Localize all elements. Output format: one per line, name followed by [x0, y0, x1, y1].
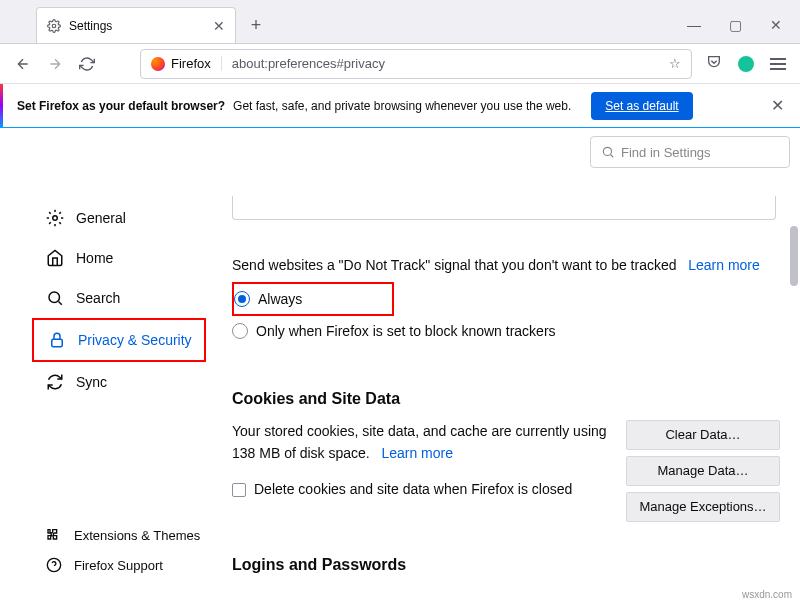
cookies-heading: Cookies and Site Data	[232, 390, 780, 408]
close-tab-icon[interactable]: ✕	[213, 18, 225, 34]
support-label: Firefox Support	[74, 558, 163, 573]
clear-data-button[interactable]: Clear Data…	[626, 420, 780, 450]
url-bar[interactable]: Firefox about:preferences#privacy ☆	[140, 49, 692, 79]
lock-icon	[48, 331, 66, 349]
logins-section: Logins and Passwords	[232, 556, 790, 574]
sidebar-item-label: General	[76, 210, 126, 226]
cookies-size: 138 MB	[232, 445, 280, 461]
search-placeholder: Find in Settings	[621, 145, 711, 160]
menu-button[interactable]	[770, 55, 786, 73]
cookies-line2: of disk space.	[280, 445, 370, 461]
dnt-learn-more-link[interactable]: Learn more	[688, 257, 760, 273]
svg-point-2	[49, 292, 60, 303]
forward-button[interactable]	[46, 55, 64, 73]
radio-icon	[232, 323, 248, 339]
extension-icon[interactable]	[738, 56, 754, 72]
new-tab-button[interactable]: +	[242, 11, 270, 39]
set-default-button[interactable]: Set as default	[591, 92, 692, 120]
radio-icon	[234, 291, 250, 307]
sidebar: General Home Search Privacy & Security S…	[0, 128, 232, 604]
gear-icon	[47, 19, 61, 33]
cookies-line1: Your stored cookies, site data, and cach…	[232, 423, 607, 439]
maximize-button[interactable]: ▢	[729, 17, 742, 33]
identity-box[interactable]: Firefox	[141, 56, 222, 71]
svg-point-1	[53, 216, 58, 221]
home-icon	[46, 249, 64, 267]
help-icon	[46, 557, 62, 573]
back-button[interactable]	[14, 55, 32, 73]
sidebar-item-label: Search	[76, 290, 120, 306]
sidebar-item-search[interactable]: Search	[0, 278, 232, 318]
cookies-learn-more-link[interactable]: Learn more	[381, 445, 453, 461]
extensions-label: Extensions & Themes	[74, 528, 200, 543]
radio-label: Only when Firefox is set to block known …	[256, 323, 556, 339]
cookies-section: Cookies and Site Data Your stored cookie…	[232, 390, 790, 522]
close-infobar-icon[interactable]: ✕	[771, 96, 784, 115]
search-icon	[46, 289, 64, 307]
dnt-always-radio[interactable]: Always	[234, 284, 302, 314]
delete-cookies-checkbox[interactable]: Delete cookies and site data when Firefo…	[232, 478, 607, 500]
puzzle-icon	[46, 527, 62, 543]
minimize-button[interactable]: —	[687, 17, 701, 33]
infobar-bold: Set Firefox as your default browser?	[17, 99, 225, 113]
svg-point-0	[52, 24, 56, 28]
extensions-link[interactable]: Extensions & Themes	[0, 520, 232, 550]
radio-label: Always	[258, 291, 302, 307]
watermark: wsxdn.com	[742, 589, 792, 600]
scrollbar-thumb[interactable]	[790, 226, 798, 286]
toolbar: Firefox about:preferences#privacy ☆	[0, 44, 800, 84]
checkbox-label: Delete cookies and site data when Firefo…	[254, 478, 572, 500]
firefox-logo-icon	[151, 57, 165, 71]
titlebar: Settings ✕ + — ▢ ✕	[0, 0, 800, 44]
manage-data-button[interactable]: Manage Data…	[626, 456, 780, 486]
truncated-field	[232, 196, 776, 220]
logins-heading: Logins and Passwords	[232, 556, 780, 574]
close-window-button[interactable]: ✕	[770, 17, 782, 33]
sidebar-item-home[interactable]: Home	[0, 238, 232, 278]
default-browser-infobar: Set Firefox as your default browser? Get…	[0, 84, 800, 128]
pocket-icon[interactable]	[706, 54, 722, 73]
svg-point-5	[603, 147, 611, 155]
support-link[interactable]: Firefox Support	[0, 550, 232, 580]
gear-icon	[46, 209, 64, 227]
svg-rect-3	[52, 339, 63, 347]
browser-tab[interactable]: Settings ✕	[36, 7, 236, 43]
tab-title: Settings	[69, 19, 112, 33]
sync-icon	[46, 373, 64, 391]
dnt-text: Send websites a "Do Not Track" signal th…	[232, 257, 677, 273]
settings-search-input[interactable]: Find in Settings	[590, 136, 790, 168]
url-text: about:preferences#privacy	[222, 56, 659, 71]
sidebar-item-privacy[interactable]: Privacy & Security	[34, 320, 204, 360]
window-controls: — ▢ ✕	[687, 17, 800, 43]
reload-button[interactable]	[78, 55, 96, 73]
sidebar-item-label: Home	[76, 250, 113, 266]
search-icon	[601, 145, 615, 159]
bookmark-star-icon[interactable]: ☆	[659, 56, 691, 71]
sidebar-item-general[interactable]: General	[0, 198, 232, 238]
infobar-text: Get fast, safe, and private browsing whe…	[233, 99, 571, 113]
do-not-track-section: Send websites a "Do Not Track" signal th…	[232, 256, 790, 346]
sidebar-item-sync[interactable]: Sync	[0, 362, 232, 402]
settings-main: Find in Settings Send websites a "Do Not…	[232, 128, 800, 604]
identity-label: Firefox	[171, 56, 211, 71]
sidebar-item-label: Sync	[76, 374, 107, 390]
dnt-only-radio[interactable]: Only when Firefox is set to block known …	[232, 316, 780, 346]
checkbox-icon	[232, 483, 246, 497]
sidebar-item-label: Privacy & Security	[78, 332, 192, 348]
manage-exceptions-button[interactable]: Manage Exceptions…	[626, 492, 780, 522]
